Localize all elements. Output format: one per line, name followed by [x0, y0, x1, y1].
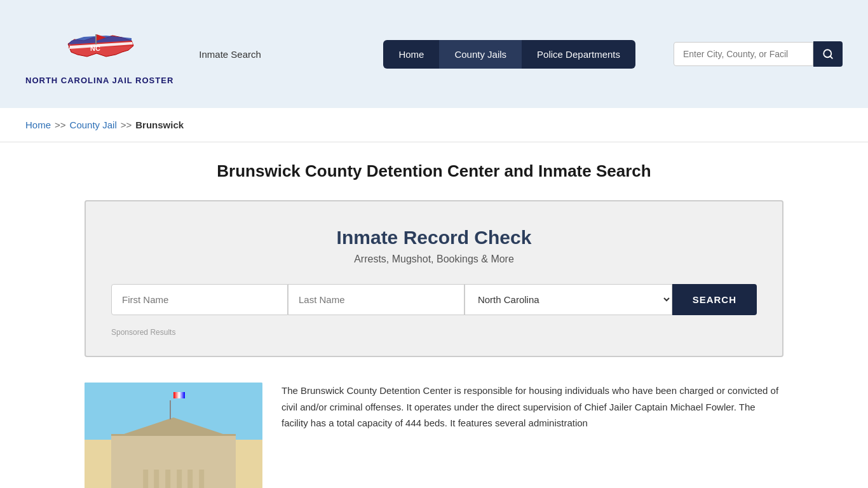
header-search-area: [674, 41, 843, 67]
search-icon: [822, 48, 834, 60]
svg-text:NC: NC: [90, 44, 100, 52]
facility-image: [85, 383, 262, 488]
inmate-search-button[interactable]: SEARCH: [672, 284, 757, 315]
inmate-search-form: North Carolina Alabama Alaska Arizona Ar…: [111, 284, 757, 315]
main-nav: Home County Jails Police Departments: [383, 40, 635, 69]
breadcrumb-sep2: >>: [121, 119, 132, 130]
breadcrumb-current: Brunswick: [135, 119, 184, 130]
description-text: The Brunswick County Detention Center is…: [281, 383, 783, 488]
header: NC NORTH CAROLINA JAIL ROSTER Inmate Sea…: [0, 0, 868, 108]
svg-line-5: [830, 56, 832, 58]
inmate-search-link[interactable]: Inmate Search: [199, 49, 261, 60]
record-check-subtitle: Arrests, Mugshot, Bookings & More: [111, 254, 757, 265]
sponsored-results-label: Sponsored Results: [111, 328, 757, 337]
state-select[interactable]: North Carolina Alabama Alaska Arizona Ar…: [465, 284, 672, 315]
last-name-input[interactable]: [288, 284, 465, 315]
breadcrumb-sep1: >>: [55, 119, 66, 130]
breadcrumb: Home >> County Jail >> Brunswick: [25, 119, 843, 130]
description-section: The Brunswick County Detention Center is…: [85, 383, 783, 488]
breadcrumb-county-jail[interactable]: County Jail: [70, 119, 117, 130]
main-content: Brunswick County Detention Center and In…: [0, 142, 868, 488]
header-search-button[interactable]: [813, 41, 843, 67]
breadcrumb-home[interactable]: Home: [25, 119, 51, 130]
logo-image: NC: [58, 22, 141, 72]
record-check-box: Inmate Record Check Arrests, Mugshot, Bo…: [85, 200, 783, 357]
svg-rect-1: [95, 34, 97, 44]
nav-police-departments-button[interactable]: Police Departments: [522, 40, 635, 69]
logo-text: NORTH CAROLINA JAIL ROSTER: [25, 75, 173, 86]
header-search-input[interactable]: [674, 42, 813, 66]
first-name-input[interactable]: [111, 284, 288, 315]
nav-home-button[interactable]: Home: [383, 40, 439, 69]
nav-county-jails-button[interactable]: County Jails: [439, 40, 522, 69]
page-title: Brunswick County Detention Center and In…: [25, 161, 843, 181]
breadcrumb-bar: Home >> County Jail >> Brunswick: [0, 108, 868, 142]
record-check-title: Inmate Record Check: [111, 227, 757, 248]
logo-area: NC NORTH CAROLINA JAIL ROSTER: [25, 22, 173, 86]
